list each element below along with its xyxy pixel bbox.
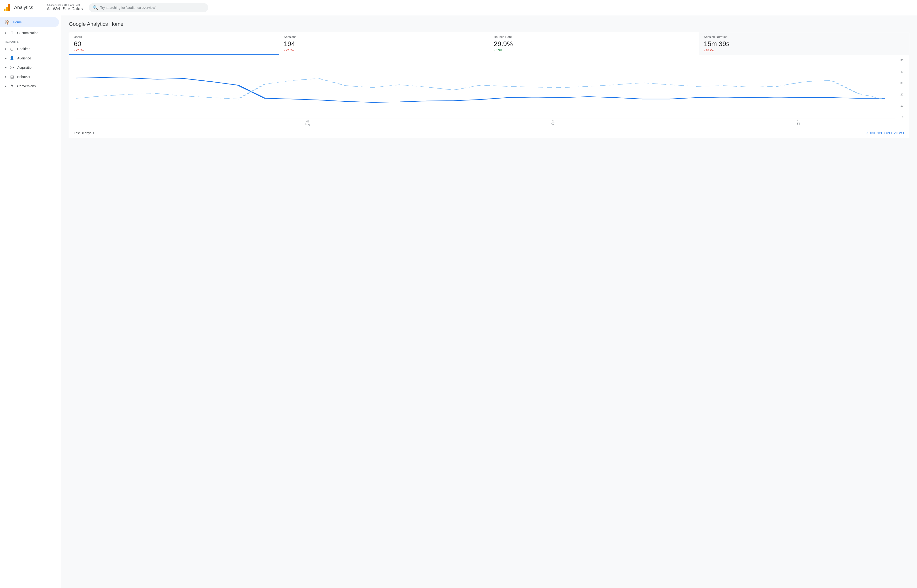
session-duration-value: 15m 39s bbox=[704, 40, 905, 48]
sidebar-item-conversions[interactable]: ▶ ⚑ Conversions bbox=[0, 81, 61, 91]
app-body: 🏠 Home ▶ ⊞ Customization REPORTS ▶ ◷ Rea… bbox=[0, 15, 917, 588]
home-label: Home bbox=[13, 20, 22, 24]
realtime-icon: ◷ bbox=[10, 47, 15, 51]
logo-bar-3 bbox=[8, 4, 10, 11]
acquisition-icon: ≫ bbox=[10, 65, 15, 69]
sidebar-item-acquisition[interactable]: ▶ ≫ Acquisition bbox=[0, 63, 61, 72]
expand-arrow-icon: ▶ bbox=[5, 31, 7, 34]
users-value: 60 bbox=[74, 40, 274, 48]
tab-bounce-rate[interactable]: Bounce Rate 29.9% ↓ 0.3% bbox=[489, 32, 699, 55]
behavior-icon: ▤ bbox=[10, 74, 15, 79]
expand-arrow-icon: ▶ bbox=[5, 85, 7, 87]
x-month-jun: Jun bbox=[551, 123, 555, 126]
search-placeholder-text: Try searching for "audience overview" bbox=[100, 6, 156, 10]
sidebar-item-home[interactable]: 🏠 Home bbox=[0, 17, 59, 27]
x-label-may: 01 May bbox=[305, 120, 310, 126]
chevron-down-icon: ▾ bbox=[81, 7, 83, 11]
home-icon: 🏠 bbox=[5, 19, 10, 25]
app-name: Analytics bbox=[14, 5, 33, 10]
chart-svg bbox=[76, 59, 885, 119]
property-dropdown[interactable]: All Web Site Data ▾ bbox=[47, 6, 83, 11]
logo-area: Analytics bbox=[4, 4, 37, 11]
y-label-0: 0 bbox=[901, 116, 903, 119]
sidebar: 🏠 Home ▶ ⊞ Customization REPORTS ▶ ◷ Rea… bbox=[0, 15, 61, 588]
x-label-jun: 01 Jun bbox=[551, 120, 555, 126]
audience-icon: 👤 bbox=[10, 56, 15, 60]
expand-arrow-icon: ▶ bbox=[5, 47, 7, 50]
sidebar-item-label: Customization bbox=[17, 31, 39, 35]
sessions-label: Sessions bbox=[284, 35, 484, 39]
users-label: Users bbox=[74, 35, 274, 39]
sidebar-item-label: Conversions bbox=[17, 84, 36, 88]
tab-users[interactable]: Users 60 ↓ 72.6% bbox=[69, 32, 279, 55]
sidebar-item-customization[interactable]: ▶ ⊞ Customization bbox=[0, 28, 61, 37]
app-header: Analytics All accounts > UX Hack Test Al… bbox=[0, 0, 917, 15]
sidebar-item-label: Behavior bbox=[17, 75, 30, 79]
y-axis-labels: 50 40 30 20 10 0 bbox=[901, 59, 903, 119]
main-content: Google Analytics Home Users 60 ↓ 72.6% S… bbox=[61, 15, 917, 588]
audience-link-label: AUDIENCE OVERVIEW bbox=[867, 131, 902, 135]
account-selector[interactable]: All accounts > UX Hack Test All Web Site… bbox=[42, 3, 83, 11]
customization-icon: ⊞ bbox=[10, 31, 15, 35]
sidebar-item-label: Audience bbox=[17, 57, 31, 60]
analytics-logo-icon bbox=[4, 4, 10, 11]
sidebar-item-realtime[interactable]: ▶ ◷ Realtime bbox=[0, 44, 61, 53]
x-month-jul: Jul bbox=[797, 123, 800, 126]
y-label-20: 20 bbox=[901, 93, 903, 96]
expand-arrow-icon: ▶ bbox=[5, 76, 7, 78]
date-range-label: Last 90 days bbox=[74, 131, 91, 135]
reports-section-header: REPORTS bbox=[0, 37, 61, 44]
users-change-value: 72.6% bbox=[76, 49, 84, 52]
session-duration-change: ↓ 16.2% bbox=[704, 49, 905, 52]
metrics-tabs: Users 60 ↓ 72.6% Sessions 194 ↓ 72.6% bbox=[69, 32, 909, 55]
users-line-current bbox=[76, 78, 885, 102]
y-label-50: 50 bbox=[901, 59, 903, 62]
chevron-down-icon: ▾ bbox=[93, 131, 94, 134]
search-icon: 🔍 bbox=[92, 5, 98, 10]
bounce-rate-change-value: 0.3% bbox=[496, 49, 502, 52]
page-title: Google Analytics Home bbox=[69, 21, 909, 27]
tab-session-duration[interactable]: Session Duration 15m 39s ↓ 16.2% bbox=[699, 32, 909, 55]
breadcrumb: All accounts > UX Hack Test bbox=[47, 3, 83, 6]
card-footer: Last 90 days ▾ AUDIENCE OVERVIEW › bbox=[69, 128, 909, 138]
metrics-card: Users 60 ↓ 72.6% Sessions 194 ↓ 72.6% bbox=[69, 32, 909, 138]
session-duration-label: Session Duration bbox=[704, 35, 905, 39]
x-date-jul: 01 bbox=[797, 120, 800, 123]
conversions-icon: ⚑ bbox=[10, 84, 15, 88]
x-label-jul: 01 Jul bbox=[797, 120, 800, 126]
sidebar-item-label: Realtime bbox=[17, 47, 30, 51]
date-range-selector[interactable]: Last 90 days ▾ bbox=[74, 131, 94, 135]
logo-bar-2 bbox=[6, 7, 8, 11]
logo-bar-1 bbox=[4, 8, 5, 11]
sidebar-item-behavior[interactable]: ▶ ▤ Behavior bbox=[0, 72, 61, 81]
chart-area: 50 40 30 20 10 0 01 May 0 bbox=[69, 55, 909, 126]
x-date-may: 01 bbox=[305, 120, 310, 123]
chart-grid: 50 40 30 20 10 0 01 May 0 bbox=[76, 59, 895, 126]
session-duration-change-value: 16.2% bbox=[706, 49, 714, 52]
chevron-right-icon: › bbox=[903, 131, 904, 135]
y-label-10: 10 bbox=[901, 104, 903, 107]
users-change: ↓ 72.6% bbox=[74, 49, 274, 52]
tab-sessions[interactable]: Sessions 194 ↓ 72.6% bbox=[279, 32, 489, 55]
property-name: All Web Site Data bbox=[47, 6, 81, 11]
search-box[interactable]: 🔍 Try searching for "audience overview" bbox=[89, 3, 208, 12]
bounce-rate-value: 29.9% bbox=[494, 40, 695, 48]
expand-arrow-icon: ▶ bbox=[5, 66, 7, 69]
expand-arrow-icon: ▶ bbox=[5, 57, 7, 60]
sessions-value: 194 bbox=[284, 40, 484, 48]
sessions-change-value: 72.6% bbox=[286, 49, 294, 52]
search-area[interactable]: 🔍 Try searching for "audience overview" bbox=[89, 3, 208, 12]
sessions-change: ↓ 72.6% bbox=[284, 49, 484, 52]
sidebar-item-label: Acquisition bbox=[17, 66, 34, 69]
y-label-30: 30 bbox=[901, 82, 903, 84]
users-line-previous bbox=[76, 79, 885, 100]
down-arrow-icon: ↓ bbox=[704, 49, 705, 52]
audience-overview-link[interactable]: AUDIENCE OVERVIEW › bbox=[867, 131, 904, 135]
y-label-40: 40 bbox=[901, 70, 903, 73]
x-month-may: May bbox=[305, 123, 310, 126]
sidebar-item-audience[interactable]: ▶ 👤 Audience bbox=[0, 53, 61, 63]
down-arrow-icon: ↓ bbox=[494, 49, 495, 52]
x-date-jun: 01 bbox=[551, 120, 555, 123]
down-arrow-icon: ↓ bbox=[284, 49, 285, 52]
down-arrow-icon: ↓ bbox=[74, 49, 75, 52]
